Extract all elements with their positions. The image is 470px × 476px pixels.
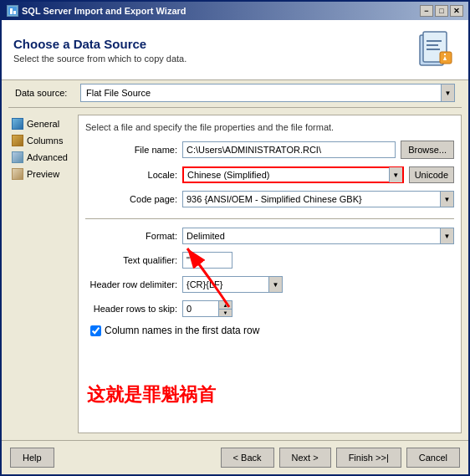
sidebar-item-preview[interactable]: Preview (8, 166, 71, 182)
datasource-label: Data source: (15, 88, 74, 98)
general-icon (12, 118, 23, 130)
header-row-delimiter-label: Header row delimiter: (85, 279, 177, 289)
text-qualifier-label: Text qualifier: (85, 255, 177, 265)
browse-button[interactable]: Browse... (401, 141, 454, 159)
spinbox-value: 0 (183, 304, 218, 314)
svg-rect-7 (427, 49, 440, 50)
header-row-delimiter-value: {CR}{LF} (183, 279, 268, 289)
footer-right: < Back Next > Finish >>| Cancel (221, 448, 460, 468)
header-rows-skip-label: Header rows to skip: (85, 304, 177, 314)
format-arrow[interactable]: ▼ (440, 228, 453, 243)
codepage-value: 936 {ANSI/OEM - Simplified Chinese GBK} (183, 194, 440, 204)
header-row-delimiter-row: Header row delimiter: {CR}{LF} ▼ (85, 276, 454, 293)
locale-label: Locale: (85, 170, 177, 180)
datasource-value: Flat File Source (81, 88, 441, 98)
advanced-icon (12, 151, 23, 163)
unicode-button[interactable]: Unicode (409, 166, 454, 183)
close-button[interactable]: ✕ (450, 5, 463, 17)
svg-rect-1 (10, 8, 13, 14)
sidebar-label-preview: Preview (27, 169, 59, 179)
header-icon (416, 28, 457, 71)
spinbox-arrows: ▲ ▼ (218, 301, 232, 316)
annotation-text: 这就是罪魁祸首 (87, 382, 216, 407)
next-button[interactable]: Next > (279, 448, 331, 468)
codepage-arrow[interactable]: ▼ (440, 192, 453, 207)
preview-icon (12, 168, 23, 180)
header-text: Choose a Data Source Select the source f… (13, 37, 186, 64)
maximize-button[interactable]: □ (435, 5, 448, 17)
sidebar-label-advanced: Advanced (27, 152, 68, 162)
content-area: General Columns Advanced Preview Select … (2, 108, 468, 440)
format-label: Format: (85, 231, 177, 241)
spinbox-up-button[interactable]: ▲ (219, 301, 232, 309)
svg-rect-5 (427, 40, 442, 42)
spinbox-down-button[interactable]: ▼ (219, 309, 232, 316)
sidebar-label-general: General (27, 119, 59, 129)
datasource-select[interactable]: Flat File Source ▼ (80, 84, 455, 102)
title-bar-buttons: − □ ✕ (420, 5, 463, 17)
datasource-arrow[interactable]: ▼ (441, 84, 454, 101)
sidebar-item-general[interactable]: General (8, 116, 71, 131)
title-bar: SQL Server Import and Export Wizard − □ … (2, 2, 468, 20)
header-area: Choose a Data Source Select the source f… (2, 20, 468, 80)
locale-row: Locale: Chinese (Simplified) ▼ Unicode (85, 166, 454, 183)
instructions-text: Select a file and specify the file prope… (85, 122, 454, 132)
checkbox-label: Column names in the first data row (105, 325, 259, 336)
filename-row: File name: Browse... (85, 141, 454, 159)
title-bar-left: SQL Server Import and Export Wizard (7, 5, 186, 17)
sidebar-label-columns: Columns (27, 136, 63, 146)
format-select[interactable]: Delimited ▼ (182, 228, 454, 244)
back-button[interactable]: < Back (221, 448, 274, 468)
header-row-delimiter-arrow[interactable]: ▼ (268, 277, 282, 292)
column-names-checkbox[interactable] (90, 325, 101, 336)
svg-rect-2 (13, 11, 16, 14)
filename-input[interactable] (182, 141, 396, 158)
columns-icon (12, 135, 23, 146)
codepage-select[interactable]: 936 {ANSI/OEM - Simplified Chinese GBK} … (182, 191, 454, 207)
footer: Help < Back Next > Finish >>| Cancel (2, 440, 468, 474)
svg-rect-9 (444, 54, 446, 55)
header-title: Choose a Data Source (13, 37, 186, 51)
window-title: SQL Server Import and Export Wizard (22, 6, 186, 16)
datasource-row: Data source: Flat File Source ▼ (8, 80, 462, 108)
text-qualifier-row: Text qualifier: " (85, 252, 454, 269)
checkbox-row: Column names in the first data row (85, 325, 454, 336)
format-row: Format: Delimited ▼ (85, 228, 454, 244)
svg-rect-6 (427, 44, 438, 46)
header-rows-skip-spinbox[interactable]: 0 ▲ ▼ (182, 300, 232, 317)
main-window: SQL Server Import and Export Wizard − □ … (0, 0, 470, 476)
finish-button[interactable]: Finish >>| (336, 448, 401, 468)
app-icon (7, 5, 18, 17)
codepage-label: Code page: (85, 194, 177, 204)
locale-arrow[interactable]: ▼ (389, 167, 402, 182)
cancel-button[interactable]: Cancel (406, 448, 460, 468)
filename-label: File name: (85, 145, 177, 155)
header-rows-skip-row: Header rows to skip: 0 ▲ ▼ (85, 300, 454, 317)
sidebar: General Columns Advanced Preview (8, 115, 71, 433)
locale-select[interactable]: Chinese (Simplified) ▼ (182, 166, 404, 183)
minimize-button[interactable]: − (420, 5, 433, 17)
sidebar-item-columns[interactable]: Columns (8, 133, 71, 148)
header-subtitle: Select the source from which to copy dat… (13, 54, 186, 64)
main-panel: Select a file and specify the file prope… (78, 115, 462, 433)
format-value: Delimited (183, 231, 440, 241)
help-button[interactable]: Help (10, 448, 54, 468)
header-row-delimiter-select[interactable]: {CR}{LF} ▼ (182, 276, 283, 293)
locale-value: Chinese (Simplified) (184, 170, 389, 180)
sidebar-item-advanced[interactable]: Advanced (8, 150, 71, 165)
text-qualifier-value: " (182, 252, 232, 269)
codepage-row: Code page: 936 {ANSI/OEM - Simplified Ch… (85, 191, 454, 207)
